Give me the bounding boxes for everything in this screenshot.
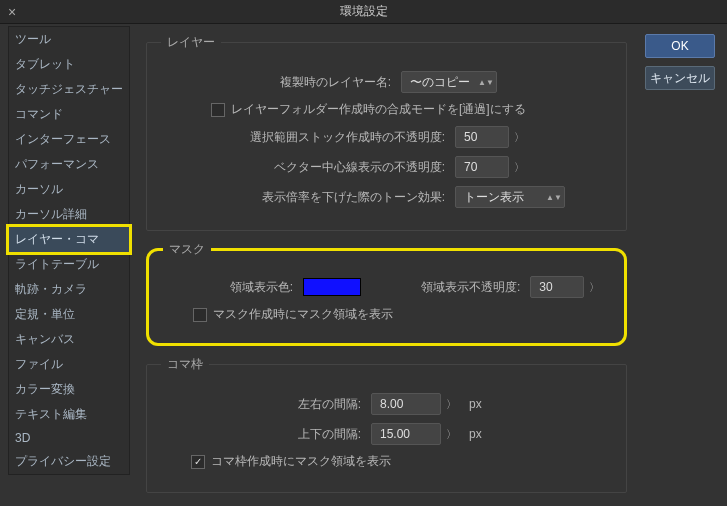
sidebar-item-track-camera[interactable]: 軌跡・カメラ — [9, 277, 129, 302]
mask-color-swatch[interactable] — [303, 278, 361, 296]
sidebar-item-layer-frame[interactable]: レイヤー・コマ — [9, 227, 129, 252]
cancel-button[interactable]: キャンセル — [645, 66, 715, 90]
sidebar-item-color-convert[interactable]: カラー変換 — [9, 377, 129, 402]
close-button[interactable]: × — [0, 0, 24, 24]
tone-value: トーン表示 — [464, 189, 524, 206]
sidebar-item-performance[interactable]: パフォーマンス — [9, 152, 129, 177]
tone-label: 表示倍率を下げた際のトーン効果: — [161, 189, 445, 206]
sidebar-item-interface[interactable]: インターフェース — [9, 127, 129, 152]
mask-color-label: 領域表示色: — [163, 279, 293, 296]
mask-show-label: マスク作成時にマスク領域を表示 — [213, 306, 393, 323]
sidebar-item-tablet[interactable]: タブレット — [9, 52, 129, 77]
frame-mask-checkbox[interactable] — [191, 455, 205, 469]
mask-opacity-input[interactable]: 30 — [530, 276, 584, 298]
vec-opacity-label: ベクター中心線表示の不透明度: — [161, 159, 445, 176]
vgap-label: 上下の間隔: — [161, 426, 361, 443]
mask-legend: マスク — [163, 241, 211, 258]
frame-mask-label: コマ枠作成時にマスク領域を表示 — [211, 453, 391, 470]
hgap-label: 左右の間隔: — [161, 396, 361, 413]
dup-name-value: 〜のコピー — [410, 74, 470, 91]
hgap-input[interactable]: 8.00 — [371, 393, 441, 415]
sidebar-item-tool[interactable]: ツール — [9, 27, 129, 52]
vgap-input[interactable]: 15.00 — [371, 423, 441, 445]
dup-label: 複製時のレイヤー名: — [161, 74, 391, 91]
sidebar-item-touch[interactable]: タッチジェスチャー — [9, 77, 129, 102]
frame-legend: コマ枠 — [161, 356, 209, 373]
sidebar-item-cursor[interactable]: カーソル — [9, 177, 129, 202]
layer-section: レイヤー 複製時のレイヤー名: 〜のコピー ▲▼ レイヤーフォルダー作成時の合成… — [146, 34, 627, 231]
sidebar-item-text-edit[interactable]: テキスト編集 — [9, 402, 129, 427]
sidebar-item-3d[interactable]: 3D — [9, 427, 129, 449]
folder-blend-label: レイヤーフォルダー作成時の合成モードを[通過]にする — [231, 101, 526, 118]
sidebar: ツール タブレット タッチジェスチャー コマンド インターフェース パフォーマン… — [0, 24, 138, 506]
tone-select[interactable]: トーン表示 ▲▼ — [455, 186, 565, 208]
frame-section: コマ枠 左右の間隔: 8.00 〉 px 上下の間隔: 15.00 〉 px コ… — [146, 356, 627, 493]
select-spin-icon: ▲▼ — [546, 195, 556, 200]
sel-opacity-input[interactable]: 50 — [455, 126, 509, 148]
vgap-unit: px — [469, 427, 482, 441]
vgap-slider-icon[interactable]: 〉 — [441, 423, 461, 445]
window-title: 環境設定 — [24, 3, 703, 20]
sidebar-item-privacy[interactable]: プライバシー設定 — [9, 449, 129, 474]
layer-legend: レイヤー — [161, 34, 221, 51]
sidebar-item-cursor-detail[interactable]: カーソル詳細 — [9, 202, 129, 227]
sidebar-item-command[interactable]: コマンド — [9, 102, 129, 127]
mask-show-checkbox[interactable] — [193, 308, 207, 322]
mask-opacity-slider-icon[interactable]: 〉 — [584, 276, 604, 298]
vec-opacity-input[interactable]: 70 — [455, 156, 509, 178]
sel-opacity-label: 選択範囲ストック作成時の不透明度: — [161, 129, 445, 146]
stepper-spin-icon: ▲▼ — [478, 80, 488, 85]
sidebar-item-canvas[interactable]: キャンバス — [9, 327, 129, 352]
sidebar-item-file[interactable]: ファイル — [9, 352, 129, 377]
hgap-slider-icon[interactable]: 〉 — [441, 393, 461, 415]
ok-button[interactable]: OK — [645, 34, 715, 58]
sidebar-item-ruler-unit[interactable]: 定規・単位 — [9, 302, 129, 327]
mask-section: マスク 領域表示色: 領域表示不透明度: 30 〉 マスク作成時にマスク領域を表… — [146, 241, 627, 346]
dup-name-stepper[interactable]: 〜のコピー ▲▼ — [401, 71, 497, 93]
hgap-unit: px — [469, 397, 482, 411]
sidebar-item-light-table[interactable]: ライトテーブル — [9, 252, 129, 277]
folder-blend-checkbox[interactable] — [211, 103, 225, 117]
vec-opacity-slider-icon[interactable]: 〉 — [509, 156, 529, 178]
sel-opacity-slider-icon[interactable]: 〉 — [509, 126, 529, 148]
mask-opacity-label: 領域表示不透明度: — [421, 279, 520, 296]
